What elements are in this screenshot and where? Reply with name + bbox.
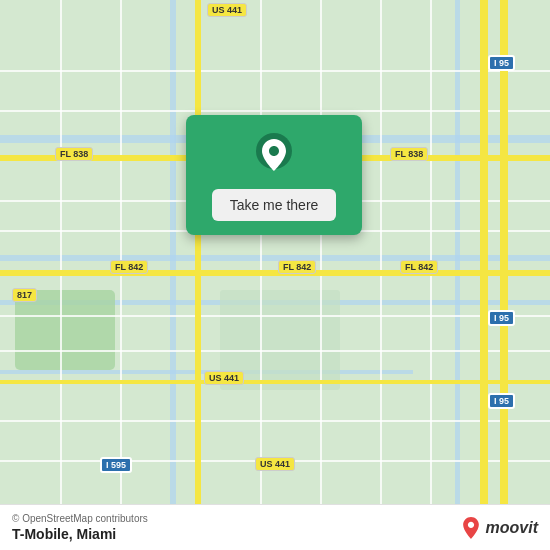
location-pin-icon [250, 131, 298, 179]
major-road [0, 380, 550, 384]
road-label-fl842-right: FL 842 [400, 260, 438, 274]
interstate-road [480, 0, 488, 550]
attribution-text: © OpenStreetMap contributors [12, 513, 148, 524]
road-label-i95-top: I 95 [488, 55, 515, 71]
moovit-pin-icon [460, 517, 482, 539]
major-road [195, 0, 201, 550]
road-label-us441-bot2: US 441 [255, 457, 295, 471]
moovit-brand-name: moovit [486, 519, 538, 537]
road-label-fl842-mid: FL 842 [278, 260, 316, 274]
secondary-road [0, 70, 550, 72]
road-label-fl842-left: FL 842 [110, 260, 148, 274]
bottom-left-info: © OpenStreetMap contributors T-Mobile, M… [12, 513, 148, 542]
map-container: US 441 FL 838 FL 838 FL 838 I 95 FL 842 … [0, 0, 550, 550]
park-area [15, 290, 115, 370]
road-label-fl595: I 595 [100, 457, 132, 473]
road-label-fl817: 817 [12, 288, 37, 302]
canal [0, 255, 550, 261]
bottom-bar: © OpenStreetMap contributors T-Mobile, M… [0, 504, 550, 550]
moovit-logo: moovit [460, 517, 538, 539]
secondary-road [0, 420, 550, 422]
road-label-us441-bot: US 441 [204, 371, 244, 385]
location-name: T-Mobile, Miami [12, 526, 148, 542]
road-label-i95-mid: I 95 [488, 310, 515, 326]
location-popup: Take me there [186, 115, 362, 235]
major-road [0, 270, 550, 276]
road-label-fl838-left: FL 838 [55, 147, 93, 161]
secondary-road [0, 110, 550, 112]
secondary-road [0, 350, 550, 352]
secondary-road [0, 315, 550, 317]
road-label-fl838-right: FL 838 [390, 147, 428, 161]
road-label-i95-bot: I 95 [488, 393, 515, 409]
interstate-road [500, 0, 508, 550]
road-label-us441-top: US 441 [207, 3, 247, 17]
take-me-there-button[interactable]: Take me there [212, 189, 337, 221]
